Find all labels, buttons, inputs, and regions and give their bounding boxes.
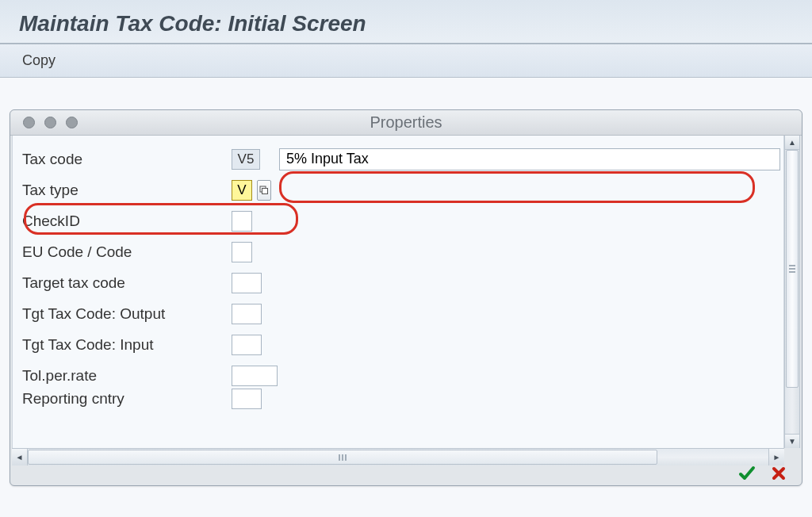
- window-close-icon[interactable]: [23, 117, 35, 128]
- window-controls: [23, 117, 78, 128]
- search-help-icon: [259, 186, 269, 195]
- scroll-right-button[interactable]: ►: [768, 449, 784, 465]
- scroll-left-button[interactable]: ◄: [12, 449, 28, 465]
- tax-type-search-help-button[interactable]: [257, 180, 271, 201]
- label-reporting-cntry: Reporting cntry: [21, 390, 227, 408]
- ok-button[interactable]: [737, 465, 757, 482]
- horizontal-scrollbar[interactable]: ◄ ►: [12, 448, 784, 465]
- check-id-field[interactable]: [232, 211, 252, 232]
- tgt-input-field[interactable]: [232, 335, 262, 355]
- dialog-title: Properties: [10, 113, 802, 132]
- tgt-output-field[interactable]: [232, 304, 262, 324]
- label-tgt-output: Tgt Tax Code: Output: [21, 305, 227, 323]
- menu-bar: Copy: [0, 44, 812, 78]
- triangle-right-icon: ►: [773, 453, 781, 461]
- vertical-scrollbar[interactable]: ▲ ▼: [784, 136, 800, 448]
- close-icon: [771, 465, 787, 481]
- page-title: Maintain Tax Code: Initial Screen: [19, 11, 793, 36]
- reporting-cntry-field[interactable]: [232, 389, 262, 409]
- tol-per-rate-field[interactable]: [232, 366, 278, 386]
- check-icon: [738, 465, 756, 481]
- eu-code-field[interactable]: [232, 242, 252, 262]
- svg-rect-1: [262, 188, 268, 193]
- triangle-down-icon: ▼: [788, 437, 796, 446]
- scroll-down-button[interactable]: ▼: [785, 434, 799, 448]
- window-minimize-icon[interactable]: [44, 117, 56, 128]
- label-tax-type: Tax type: [21, 182, 227, 199]
- tax-type-field[interactable]: [232, 180, 252, 201]
- dialog-action-bar: [737, 465, 789, 482]
- label-tol-per-rate: Tol.per.rate: [21, 367, 227, 385]
- dialog-titlebar: Properties: [10, 110, 802, 136]
- tax-code-field: [232, 149, 260, 170]
- label-tax-code: Tax code: [21, 151, 227, 168]
- menu-copy[interactable]: Copy: [19, 52, 59, 69]
- triangle-up-icon: ▲: [788, 138, 796, 147]
- label-target-tax-code: Target tax code: [21, 274, 227, 292]
- horizontal-scroll-thumb[interactable]: [28, 450, 657, 465]
- window-zoom-icon[interactable]: [66, 117, 78, 128]
- dialog-body: Tax code Tax type CheckID: [12, 136, 784, 448]
- label-tgt-input: Tgt Tax Code: Input: [21, 336, 227, 354]
- target-tax-code-field[interactable]: [232, 273, 262, 293]
- tax-code-description-field[interactable]: [279, 148, 780, 170]
- label-eu-code: EU Code / Code: [21, 243, 227, 261]
- label-check-id: CheckID: [21, 213, 227, 230]
- vertical-scroll-thumb[interactable]: [786, 150, 799, 388]
- properties-dialog: Properties Tax code Tax type: [10, 109, 802, 486]
- horizontal-scroll-track[interactable]: [28, 449, 768, 465]
- cancel-button[interactable]: [768, 465, 789, 482]
- app-header: Maintain Tax Code: Initial Screen: [0, 0, 812, 44]
- scroll-up-button[interactable]: ▲: [785, 136, 799, 150]
- triangle-left-icon: ◄: [16, 453, 24, 461]
